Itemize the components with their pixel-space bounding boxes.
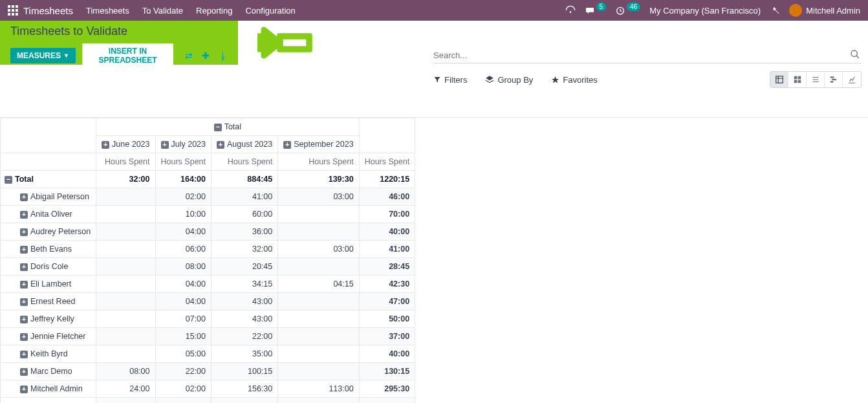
data-cell: 04:00 [155, 276, 212, 293]
row-total-header[interactable]: −Total [1, 171, 96, 188]
svg-rect-6 [797, 76, 801, 80]
expand-icon[interactable]: + [20, 193, 28, 201]
data-cell: 42:30 [359, 276, 415, 293]
total-cell: 139:30 [278, 171, 359, 188]
data-cell: 04:15 [278, 276, 359, 293]
nav-reporting[interactable]: Reporting [196, 6, 232, 16]
svg-point-0 [570, 12, 570, 12]
row-header[interactable]: +Anita Oliver [1, 206, 96, 223]
expand-icon[interactable]: + [20, 368, 28, 376]
nav-configuration[interactable]: Configuration [245, 6, 295, 16]
notifications-icon[interactable] [565, 5, 576, 16]
col-total-header[interactable]: −Total [96, 118, 360, 136]
view-kanban-icon[interactable] [788, 72, 807, 87]
row-header[interactable]: +Eli Lambert [1, 276, 96, 293]
expand-icon[interactable]: + [20, 263, 28, 271]
groupby-button[interactable]: Group By [485, 75, 533, 85]
row-header[interactable]: +Jennie Fletcher [1, 328, 96, 345]
total-cell: 164:00 [155, 171, 212, 188]
data-cell [278, 206, 359, 223]
col-header[interactable]: +July 2023 [155, 136, 212, 153]
data-cell: 36:00 [212, 223, 278, 241]
expand-icon[interactable]: + [20, 281, 28, 289]
company-switcher[interactable]: My Company (San Francisco) [649, 6, 761, 16]
measure-header: Hours Spent [278, 153, 359, 171]
user-menu[interactable]: Mitchell Admin [789, 4, 860, 17]
data-cell: 03:00 [278, 241, 359, 258]
col-header[interactable]: +September 2023 [278, 136, 359, 153]
view-graph-icon[interactable] [843, 72, 861, 87]
expand-icon[interactable]: + [20, 386, 28, 393]
expand-icon[interactable]: + [20, 316, 28, 323]
nav-to-validate[interactable]: To Validate [142, 6, 183, 16]
flip-axis-icon[interactable]: ⇄ [185, 50, 193, 61]
view-pivot-icon[interactable] [770, 72, 788, 87]
app-brand[interactable]: Timesheets [23, 5, 73, 16]
col-header[interactable]: +June 2023 [96, 136, 155, 153]
expand-icon[interactable]: + [20, 211, 28, 219]
row-header[interactable]: +Keith Byrd [1, 345, 96, 363]
data-cell [278, 293, 359, 310]
svg-rect-8 [797, 80, 801, 83]
expand-all-icon[interactable]: ✚ [202, 50, 210, 61]
data-cell: 08:00 [155, 258, 212, 276]
row-header[interactable]: +Abigail Peterson [1, 188, 96, 206]
row-header[interactable]: +Doris Cole [1, 258, 96, 276]
data-cell: 46:00 [359, 188, 415, 206]
expand-icon[interactable]: + [161, 141, 169, 149]
measures-button[interactable]: MEASURES ▼ [10, 48, 76, 63]
svg-rect-5 [794, 76, 797, 80]
row-header[interactable]: +Paul Williams [1, 398, 96, 404]
collapse-icon[interactable]: − [5, 176, 12, 184]
download-icon[interactable]: ⭳ [219, 50, 228, 61]
svg-rect-7 [794, 80, 797, 83]
expand-icon[interactable]: + [20, 333, 28, 341]
expand-icon[interactable]: + [20, 351, 28, 358]
data-cell: 02:00 [155, 188, 212, 206]
view-gantt-icon[interactable] [825, 72, 843, 87]
caret-down-icon: ▼ [63, 52, 69, 59]
nav-timesheets[interactable]: Timesheets [86, 6, 129, 16]
data-cell: 07:00 [155, 310, 212, 328]
row-header[interactable]: +Beth Evans [1, 241, 96, 258]
expand-icon[interactable]: + [20, 246, 28, 254]
data-cell: 43:00 [212, 293, 278, 310]
apps-icon[interactable] [8, 5, 18, 16]
data-cell [96, 345, 155, 363]
filters-button[interactable]: Filters [433, 75, 467, 85]
data-cell: 22:00 [155, 363, 212, 380]
data-cell [96, 293, 155, 310]
arrow-icon [257, 23, 316, 62]
row-header[interactable]: +Audrey Peterson [1, 223, 96, 241]
data-cell: 130:15 [359, 363, 415, 380]
timer-icon[interactable]: 46 [615, 5, 640, 16]
data-cell: 47:00 [359, 293, 415, 310]
row-header[interactable]: +Ernest Reed [1, 293, 96, 310]
expand-icon[interactable]: + [283, 141, 291, 149]
data-cell: 15:00 [155, 328, 212, 345]
row-header[interactable]: +Mitchell Admin [1, 380, 96, 398]
favorites-button[interactable]: Favorites [551, 75, 597, 85]
collapse-icon[interactable]: − [214, 124, 222, 131]
row-header[interactable]: +Jeffrey Kelly [1, 310, 96, 328]
expand-icon[interactable]: + [20, 298, 28, 306]
data-cell: 06:00 [155, 241, 212, 258]
row-header[interactable]: +Marc Demo [1, 363, 96, 380]
insert-spreadsheet-button[interactable]: INSERT IN SPREADSHEET [82, 43, 173, 68]
debug-icon[interactable] [770, 5, 780, 16]
pivot-table: −Total +June 2023+July 2023+August 2023+… [0, 118, 415, 403]
view-list-icon[interactable] [807, 72, 825, 87]
expand-icon[interactable]: + [20, 228, 28, 236]
expand-icon[interactable]: + [102, 141, 109, 149]
data-cell: 22:00 [212, 328, 278, 345]
data-cell: 24:00 [96, 380, 155, 398]
expand-icon[interactable]: + [217, 141, 224, 149]
data-cell [278, 223, 359, 241]
data-cell: 10:00 [155, 206, 212, 223]
total-cell: 1220:15 [359, 171, 415, 188]
data-cell [278, 258, 359, 276]
data-cell: 38:00 [359, 398, 415, 404]
col-header[interactable]: +August 2023 [212, 136, 278, 153]
messaging-icon[interactable]: 5 [585, 5, 607, 16]
data-cell: 03:00 [278, 188, 359, 206]
